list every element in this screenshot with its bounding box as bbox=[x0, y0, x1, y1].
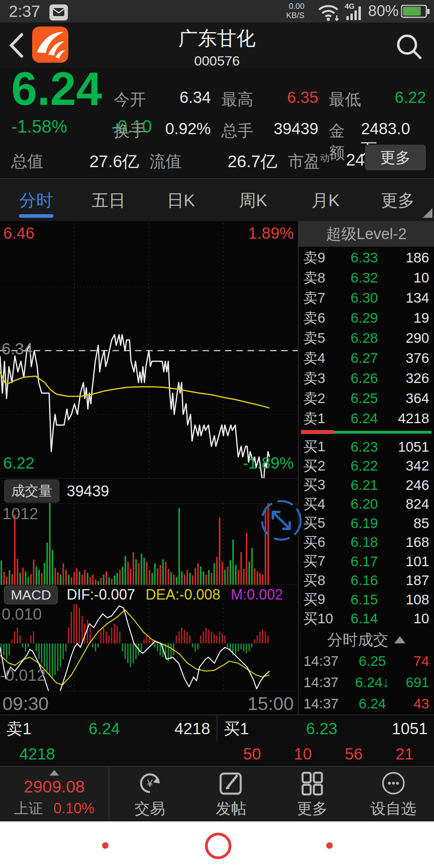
nav-label-watchlist: 设自选 bbox=[371, 798, 416, 819]
page-title: 广东甘化 bbox=[0, 26, 434, 51]
level2-row-卖1[interactable]: 卖16.244218 bbox=[299, 408, 434, 428]
price-chart[interactable] bbox=[0, 223, 298, 478]
stat-r1-0: 今开6.34 bbox=[114, 88, 211, 111]
nav-item-post[interactable]: 发帖 bbox=[190, 767, 272, 822]
expand-chart-icon[interactable] bbox=[259, 498, 303, 542]
level2-row-卖9[interactable]: 卖96.33186 bbox=[299, 248, 434, 268]
sell-queue-numbers: 4218 bbox=[0, 742, 223, 766]
recent-apps-button[interactable] bbox=[102, 842, 108, 849]
ratio-red-segment bbox=[301, 430, 334, 434]
index-quote-shanghai[interactable]: 2909.08 上证 0.10% bbox=[0, 767, 109, 822]
nav-item-watchlist[interactable]: 设自选 bbox=[353, 767, 434, 822]
nav-label-trade: 交易 bbox=[135, 798, 165, 819]
nav-label-post: 发帖 bbox=[216, 798, 246, 819]
level2-row-卖6[interactable]: 卖66.2919 bbox=[299, 308, 434, 328]
level2-row-买8[interactable]: 买86.16187 bbox=[299, 571, 434, 590]
chart-low-label: 6.22 bbox=[3, 454, 35, 472]
level2-row-买2[interactable]: 买26.22342 bbox=[299, 457, 434, 476]
message-icon bbox=[49, 4, 68, 21]
macd-dif-value: DIF:-0.007 bbox=[67, 586, 135, 603]
level1-buy[interactable]: 买1 6.23 1051 bbox=[217, 715, 434, 742]
index-value: 2909.08 bbox=[0, 777, 108, 796]
bottom-nav: 2909.08 上证 0.10% ¥ 交易 bbox=[0, 766, 434, 822]
level2-row-卖3[interactable]: 卖36.26326 bbox=[299, 368, 434, 388]
network-speed: 0.00KB/S bbox=[286, 2, 305, 20]
trade-icon: ¥ bbox=[137, 770, 163, 796]
buy1-label: 买1 bbox=[224, 718, 268, 740]
timeline-chart-column: 6.46 1.89% 6.34 6.22 -1.89% 成交量 39439 10… bbox=[0, 221, 299, 714]
last-price: 6.24 bbox=[11, 62, 102, 116]
level2-header[interactable]: 超级Level-2 bbox=[299, 221, 434, 247]
home-button[interactable] bbox=[205, 833, 231, 859]
grid-more-icon bbox=[299, 770, 325, 796]
macd-dea-value: DEA:-0.008 bbox=[145, 586, 220, 603]
level2-row-卖5[interactable]: 卖56.28290 bbox=[299, 328, 434, 348]
volume-axis-max: 1012 bbox=[2, 505, 38, 523]
index-name: 上证 bbox=[14, 800, 43, 817]
title-block: 广东甘化 000576 bbox=[0, 23, 434, 68]
macd-axis-max: 0.010 bbox=[2, 605, 42, 623]
level2-row-买10[interactable]: 买106.1410 bbox=[299, 609, 434, 628]
tick-trades-header[interactable]: 分时成交 bbox=[299, 629, 434, 650]
clock: 2:37 bbox=[9, 2, 40, 20]
prev-close-label: 6.34 bbox=[2, 340, 33, 358]
buy-queue-list: 买16.231051买26.22342买36.21246买46.20824买56… bbox=[299, 437, 434, 628]
tab-dropdown-corner[interactable] bbox=[423, 208, 432, 218]
index-expand-icon bbox=[49, 770, 59, 776]
stat-r1-1: 最高6.35 bbox=[221, 88, 319, 111]
level2-row-买7[interactable]: 买76.17101 bbox=[299, 552, 434, 571]
nav-item-more[interactable]: 更多 bbox=[272, 767, 353, 822]
tab-五日[interactable]: 五日 bbox=[72, 179, 145, 222]
level2-row-卖8[interactable]: 卖86.3210 bbox=[299, 268, 434, 288]
macd-header: MACD DIF:-0.007 DEA:-0.008 M:0.002 bbox=[0, 585, 298, 604]
order-queue-row: 4218 50105621 bbox=[0, 742, 434, 766]
svg-text:¥: ¥ bbox=[147, 777, 153, 789]
macd-m-value: M:0.002 bbox=[231, 586, 283, 603]
stats-row-3: 总值27.6亿流值26.7亿市盈动24.30 bbox=[11, 150, 357, 173]
nav-item-trade[interactable]: ¥ 交易 bbox=[109, 767, 190, 822]
level2-row-买3[interactable]: 买36.21246 bbox=[299, 475, 434, 495]
time-axis: 09:30 15:00 bbox=[0, 691, 298, 715]
stats-row-1: 今开6.34最高6.35最低6.22 bbox=[114, 88, 426, 111]
level2-row-买4[interactable]: 买46.20824 bbox=[299, 495, 434, 514]
tab-月K[interactable]: 月K bbox=[289, 179, 362, 222]
watchlist-icon bbox=[381, 770, 406, 796]
buy-queue-order: 10 bbox=[294, 745, 312, 763]
volume-header: 成交量 39439 bbox=[0, 478, 298, 504]
level1-sell[interactable]: 卖1 6.24 4218 bbox=[0, 715, 217, 742]
macd-tag[interactable]: MACD bbox=[4, 585, 58, 604]
level2-row-卖7[interactable]: 卖76.30134 bbox=[299, 288, 434, 308]
tab-周K[interactable]: 周K bbox=[217, 179, 289, 222]
tab-日K[interactable]: 日K bbox=[145, 179, 217, 222]
level2-row-买6[interactable]: 买66.18168 bbox=[299, 533, 434, 552]
index-percent: 0.10% bbox=[53, 800, 94, 817]
tab-分时[interactable]: 分时 bbox=[0, 179, 72, 222]
buy-sell-ratio-bar bbox=[301, 430, 432, 434]
chart-low-pct-label: -1.89% bbox=[243, 454, 294, 472]
tick-row-0: 14:376.2574 bbox=[299, 650, 434, 671]
sell1-volume: 4218 bbox=[158, 720, 210, 738]
volume-chart[interactable] bbox=[0, 503, 298, 585]
tick-trades-list: 14:376.257414:376.24↓69114:376.2443 bbox=[299, 650, 434, 714]
level2-row-买9[interactable]: 买96.15108 bbox=[299, 590, 434, 609]
sell-queue-order: 4218 bbox=[19, 745, 55, 763]
sell1-price: 6.24 bbox=[51, 720, 158, 738]
chart-high-pct-label: 1.89% bbox=[248, 224, 294, 242]
more-stats-button[interactable]: 更多 bbox=[365, 145, 426, 170]
level2-row-卖4[interactable]: 卖46.27376 bbox=[299, 348, 434, 368]
stat-r1-2: 最低6.22 bbox=[329, 88, 426, 111]
back-nav-button[interactable] bbox=[326, 842, 333, 849]
search-icon[interactable] bbox=[394, 31, 424, 62]
level2-row-买5[interactable]: 买56.1985 bbox=[299, 514, 434, 533]
svg-text:4G: 4G bbox=[345, 2, 354, 10]
buy1-volume: 1051 bbox=[375, 720, 428, 738]
chart-area: 6.46 1.89% 6.34 6.22 -1.89% 成交量 39439 10… bbox=[0, 221, 434, 714]
stock-detail-screen: 2:37 0.00KB/S 4G 80% bbox=[0, 0, 434, 868]
level2-row-卖2[interactable]: 卖26.25364 bbox=[299, 388, 434, 408]
collapse-up-icon bbox=[394, 636, 405, 643]
stat-r3-1: 流值26.7亿 bbox=[149, 150, 277, 173]
tick-trades-title: 分时成交 bbox=[328, 630, 389, 650]
level2-row-买1[interactable]: 买16.231051 bbox=[299, 437, 434, 457]
battery-percent: 80% bbox=[368, 2, 399, 20]
level1-row: 卖1 6.24 4218 买1 6.23 1051 bbox=[0, 714, 434, 743]
